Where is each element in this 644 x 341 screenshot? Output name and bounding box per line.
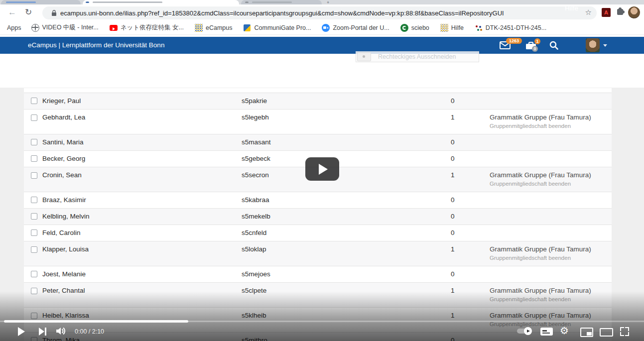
acrobat-extension-icon[interactable]: A bbox=[602, 8, 611, 17]
participant-name: Throm, Mika bbox=[42, 337, 80, 341]
row-checkbox[interactable] bbox=[31, 288, 37, 294]
table-row: Braaz, Kasimir s5kabraa 0 bbox=[24, 192, 612, 209]
table-row: Feld, Carolin s5cnfeld 0 bbox=[24, 225, 612, 241]
participant-name: Santini, Maria bbox=[42, 138, 84, 146]
tab-title-fragment bbox=[252, 1, 292, 3]
address-bar[interactable]: ecampus.uni-bonn.de/ilias.php?ref_id=185… bbox=[42, 6, 597, 19]
bookmark-zoom[interactable]: Zoom-Portal der U... bbox=[322, 24, 389, 32]
row-checkbox[interactable] bbox=[31, 98, 37, 104]
bookmark-label: Zoom-Portal der U... bbox=[333, 24, 389, 31]
participant-login: s5pakrie bbox=[242, 97, 267, 105]
site-title[interactable]: eCampus | Lernplattform der Universität … bbox=[28, 41, 164, 49]
browser-tab-3[interactable] bbox=[241, 0, 322, 4]
bookmarks-bar: Apps VIDEO 中級 - Inter... ネット依存症特集 女... e… bbox=[0, 21, 644, 35]
tab-title-fragment bbox=[6, 1, 36, 3]
browser-profile-avatar[interactable] bbox=[628, 6, 640, 18]
chevron-down-icon[interactable] bbox=[603, 44, 607, 47]
participant-login: s5mekelb bbox=[242, 213, 270, 220]
row-checkbox[interactable] bbox=[31, 139, 37, 145]
row-checkbox[interactable] bbox=[31, 337, 37, 341]
tray-badge-top: 1 bbox=[534, 38, 540, 44]
back-icon[interactable]: ← bbox=[8, 8, 16, 16]
row-checkbox[interactable] bbox=[31, 271, 37, 277]
extensions-puzzle-icon[interactable] bbox=[617, 9, 623, 15]
bookmark-label: sciebo bbox=[411, 24, 429, 31]
row-checkbox[interactable] bbox=[31, 197, 37, 203]
group-count: 0 bbox=[451, 97, 455, 105]
participant-name: Krieger, Paul bbox=[42, 97, 81, 105]
group-name: Grammatik Gruppe (Frau Tamura) bbox=[490, 287, 591, 294]
table-row: Kelbling, Melvin s5mekelb 0 bbox=[24, 209, 612, 225]
bookmark-dtk[interactable]: DTK-2451-DTH-245... bbox=[475, 24, 546, 32]
player-miniplayer-icon[interactable] bbox=[580, 328, 593, 337]
group-count: 0 bbox=[451, 229, 455, 236]
group-count: 1 bbox=[451, 114, 455, 121]
url-text[interactable]: ecampus.uni-bonn.de/ilias.php?ref_id=185… bbox=[60, 9, 573, 17]
browser-tab-1[interactable] bbox=[1, 0, 81, 4]
video-play-button[interactable] bbox=[305, 157, 339, 181]
table-row: Peter, Chantal s5clpete 1 Grammatik Grup… bbox=[24, 283, 612, 308]
table-row-partial bbox=[24, 88, 612, 93]
group-count: 1 bbox=[451, 171, 455, 179]
ecampus-icon bbox=[195, 24, 203, 32]
participant-login: s5legebh bbox=[242, 114, 269, 121]
bookmark-hilfe[interactable]: Hilfe bbox=[440, 24, 464, 32]
player-play-icon[interactable] bbox=[18, 327, 25, 336]
group-count: 0 bbox=[451, 138, 455, 146]
participant-name: Gebhardt, Lea bbox=[42, 114, 85, 121]
leave-group-link[interactable]: Gruppenmitgliedschaft beenden bbox=[490, 181, 571, 187]
player-time-display: 0:00 / 2:10 bbox=[75, 328, 104, 335]
group-count: 1 bbox=[451, 287, 455, 294]
group-name: Grammatik Gruppe (Frau Tamura) bbox=[490, 245, 591, 253]
row-checkbox[interactable] bbox=[31, 229, 37, 236]
row-checkbox[interactable] bbox=[31, 155, 37, 162]
leave-group-link[interactable]: Gruppenmitgliedschaft beenden bbox=[490, 296, 571, 302]
table-row: Krieger, Paul s5pakrie 0 bbox=[24, 93, 612, 110]
communigate-icon bbox=[244, 24, 251, 31]
group-count: 0 bbox=[451, 270, 455, 278]
group-count: 0 bbox=[451, 196, 455, 204]
mail-count-badge: 1263 bbox=[506, 38, 522, 44]
player-fullscreen-icon[interactable] bbox=[620, 327, 629, 336]
participant-login: s5mejoes bbox=[242, 270, 270, 278]
bookmark-label: CommuniGate Pro... bbox=[255, 24, 311, 31]
bookmark-video[interactable]: VIDEO 中級 - Inter... bbox=[31, 23, 99, 32]
row-checkbox[interactable] bbox=[31, 313, 37, 319]
participant-login: s5klheib bbox=[242, 312, 266, 319]
user-avatar[interactable] bbox=[586, 38, 600, 52]
row-checkbox[interactable] bbox=[31, 172, 37, 179]
browser-tab-2-active[interactable] bbox=[83, 0, 239, 4]
apps-label: Apps bbox=[7, 24, 21, 31]
participant-login: s5secron bbox=[242, 171, 269, 179]
leave-group-link[interactable]: Gruppenmitgliedschaft beenden bbox=[490, 255, 571, 261]
player-next-icon[interactable] bbox=[39, 328, 47, 336]
participant-name: Joest, Melanie bbox=[42, 270, 86, 278]
search-icon[interactable] bbox=[549, 41, 558, 50]
reload-icon[interactable]: ↻ bbox=[25, 8, 32, 16]
new-tab-button[interactable]: + bbox=[327, 0, 331, 4]
browser-toolbar: ← ↻ ecampus.uni-bonn.de/ilias.php?ref_id… bbox=[0, 4, 644, 21]
browser-tab-strip: + bbox=[0, 0, 644, 4]
group-count: 1 bbox=[451, 312, 455, 319]
leave-group-link[interactable]: Gruppenmitgliedschaft beenden bbox=[490, 123, 571, 129]
player-autoplay-toggle[interactable] bbox=[517, 329, 531, 334]
row-checkbox[interactable] bbox=[31, 213, 37, 220]
help-link[interactable]: Hilfe bbox=[565, 4, 578, 12]
group-count: 0 bbox=[451, 213, 455, 220]
player-subtitles-icon[interactable] bbox=[540, 328, 553, 336]
row-checkbox[interactable] bbox=[31, 246, 37, 253]
tray-badge-bottom: 0 bbox=[532, 46, 538, 52]
participant-login: s5loklap bbox=[242, 245, 266, 253]
bookmark-youtube[interactable]: ネット依存症特集 女... bbox=[110, 23, 184, 32]
bookmark-apps[interactable]: Apps bbox=[7, 24, 21, 31]
lock-icon bbox=[51, 10, 57, 16]
player-settings-gear-icon[interactable]: ⚙ bbox=[560, 325, 569, 336]
bookmark-sciebo[interactable]: sciebo bbox=[400, 24, 429, 32]
snip-mode-button bbox=[357, 52, 371, 61]
player-volume-icon[interactable] bbox=[56, 327, 68, 336]
bookmark-ecampus[interactable]: eCampus bbox=[195, 24, 233, 32]
row-checkbox[interactable] bbox=[31, 114, 37, 121]
player-theater-icon[interactable] bbox=[600, 328, 613, 337]
bookmark-star-icon[interactable]: ☆ bbox=[585, 8, 592, 17]
bookmark-communigate[interactable]: CommuniGate Pro... bbox=[244, 24, 311, 32]
